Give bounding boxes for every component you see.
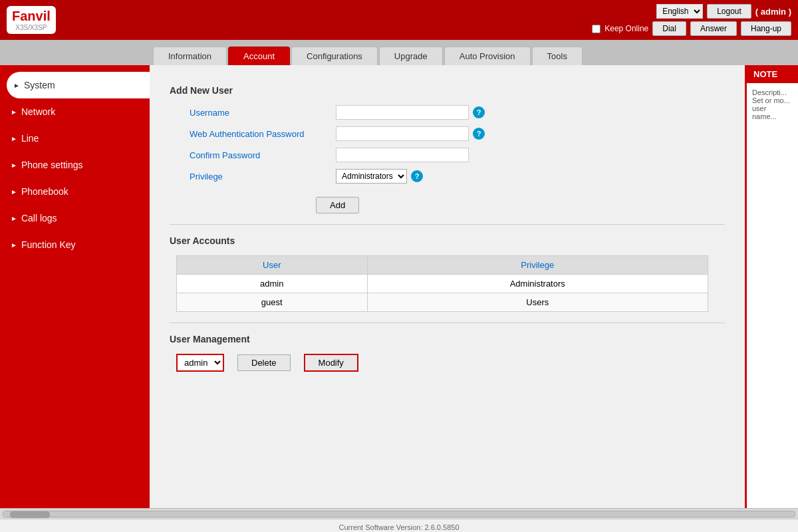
logo-box: Fanvil X3S/X3SP	[7, 6, 56, 34]
footer: Current Software Version: 2.6.0.5850 Fan…	[0, 519, 798, 532]
confirm-password-input-row	[336, 148, 725, 162]
username-help-icon[interactable]: ?	[473, 106, 485, 118]
tab-information[interactable]: Information	[153, 47, 227, 65]
sidebar-item-network[interactable]: ► Network	[0, 98, 150, 125]
col-privilege: Privilege	[367, 256, 708, 275]
main-layout: ► System ► Network ► Line ► Phone settin…	[0, 65, 798, 508]
user-accounts-section: User Accounts User Privilege admin Admin…	[170, 235, 725, 312]
sidebar-item-call-logs[interactable]: ► Call logs	[0, 205, 150, 231]
sidebar-item-function-key[interactable]: ► Function Key	[0, 231, 150, 258]
sidebar-item-system[interactable]: ► System	[7, 72, 150, 98]
keep-online-label: Keep Online	[604, 24, 648, 33]
note-description: Descripti...	[752, 88, 787, 96]
language-select[interactable]: English	[656, 4, 703, 19]
delete-button[interactable]: Delete	[237, 354, 291, 371]
add-new-user-title: Add New User	[170, 85, 725, 96]
chevron-right-icon: ►	[11, 241, 17, 249]
username-label: Username	[190, 108, 336, 118]
user-cell: guest	[177, 293, 368, 312]
chevron-right-icon: ►	[11, 135, 17, 142]
accounts-table: User Privilege admin Administrators gues…	[176, 255, 708, 312]
scrollbar-track[interactable]	[3, 511, 795, 517]
footer-line1: Current Software Version: 2.6.0.5850	[339, 523, 460, 531]
tab-auto-provision[interactable]: Auto Provision	[444, 47, 531, 65]
username-input-row: ?	[336, 105, 725, 120]
logout-button[interactable]: Logout	[707, 4, 751, 19]
web-auth-password-help-icon[interactable]: ?	[473, 128, 485, 140]
answer-button[interactable]: Answer	[690, 21, 737, 36]
add-user-form: Username ? Web Authentication Password ?…	[190, 105, 725, 184]
sidebar-item-label: System	[24, 80, 55, 90]
dial-button[interactable]: Dial	[652, 21, 686, 36]
admin-label: ( admin )	[755, 7, 791, 17]
nav-tabs: Information Account Configurations Upgra…	[0, 40, 798, 65]
user-cell: admin	[177, 275, 368, 293]
chevron-right-icon: ►	[11, 162, 17, 169]
sidebar-item-label: Phone settings	[21, 160, 83, 170]
sidebar: ► System ► Network ► Line ► Phone settin…	[0, 65, 150, 508]
header-controls: English Logout ( admin ) Keep Online Dia…	[592, 4, 791, 36]
tab-tools[interactable]: Tools	[532, 47, 583, 65]
note-body: Descripti... Set or mo... user name...	[747, 83, 798, 126]
sidebar-item-label: Phonebook	[21, 186, 68, 197]
section-divider-2	[170, 323, 725, 323]
keep-online-checkbox[interactable]	[592, 25, 600, 33]
sidebar-item-label: Network	[21, 106, 55, 117]
privilege-label: Privilege	[190, 172, 336, 182]
tab-account[interactable]: Account	[228, 47, 290, 65]
note-body-text: Set or mo... user name...	[752, 96, 790, 120]
username-input[interactable]	[336, 105, 469, 120]
sidebar-item-line[interactable]: ► Line	[0, 125, 150, 152]
sidebar-item-label: Line	[21, 133, 39, 144]
sidebar-item-label: Call logs	[21, 213, 57, 223]
web-auth-password-label: Web Authentication Password	[190, 129, 336, 139]
user-accounts-title: User Accounts	[170, 235, 725, 246]
user-management-select[interactable]: admin guest	[176, 354, 224, 372]
header: Fanvil X3S/X3SP English Logout ( admin )…	[0, 0, 798, 40]
privilege-select[interactable]: Administrators Users	[336, 169, 407, 184]
model-name: X3S/X3SP	[15, 24, 47, 31]
content-area: Add New User Username ? Web Authenticati…	[150, 65, 745, 508]
chevron-right-icon: ►	[13, 82, 20, 89]
web-auth-password-input[interactable]	[336, 126, 469, 141]
sidebar-item-phonebook[interactable]: ► Phonebook	[0, 178, 150, 205]
scrollbar-thumb[interactable]	[10, 511, 50, 518]
sidebar-item-label: Function Key	[21, 239, 76, 250]
hangup-button[interactable]: Hang-up	[741, 21, 791, 36]
brand-name: Fanvil	[12, 9, 51, 24]
table-row: admin Administrators	[177, 275, 708, 293]
header-bottom-row: Keep Online Dial Answer Hang-up	[592, 21, 791, 36]
user-management-section: User Management admin guest Delete Modif…	[170, 334, 725, 372]
tab-upgrade[interactable]: Upgrade	[379, 47, 443, 65]
chevron-right-icon: ►	[11, 108, 17, 116]
privilege-input-row: Administrators Users ?	[336, 169, 725, 184]
note-header: NOTE	[747, 65, 798, 83]
confirm-password-label: Confirm Password	[190, 150, 336, 160]
user-management-row: admin guest Delete Modify	[176, 354, 725, 372]
modify-button[interactable]: Modify	[304, 354, 358, 372]
chevron-right-icon: ►	[11, 188, 17, 196]
privilege-help-icon[interactable]: ?	[411, 170, 423, 182]
col-user: User	[177, 256, 368, 275]
chevron-right-icon: ►	[11, 215, 17, 222]
section-divider-1	[170, 224, 725, 225]
header-top-row: English Logout ( admin )	[656, 4, 791, 19]
add-new-user-section: Add New User Username ? Web Authenticati…	[170, 85, 725, 213]
privilege-cell: Users	[367, 293, 708, 312]
note-panel: NOTE Descripti... Set or mo... user name…	[745, 65, 798, 508]
add-button[interactable]: Add	[316, 197, 359, 213]
sidebar-item-phone-settings[interactable]: ► Phone settings	[0, 152, 150, 178]
web-auth-password-input-row: ?	[336, 126, 725, 141]
tab-configurations[interactable]: Configurations	[291, 47, 378, 65]
confirm-password-input[interactable]	[336, 148, 469, 162]
scrollbar-area	[0, 508, 798, 519]
user-management-title: User Management	[170, 334, 725, 344]
table-row: guest Users	[177, 293, 708, 312]
privilege-cell: Administrators	[367, 275, 708, 293]
logo-area: Fanvil X3S/X3SP	[7, 6, 56, 34]
